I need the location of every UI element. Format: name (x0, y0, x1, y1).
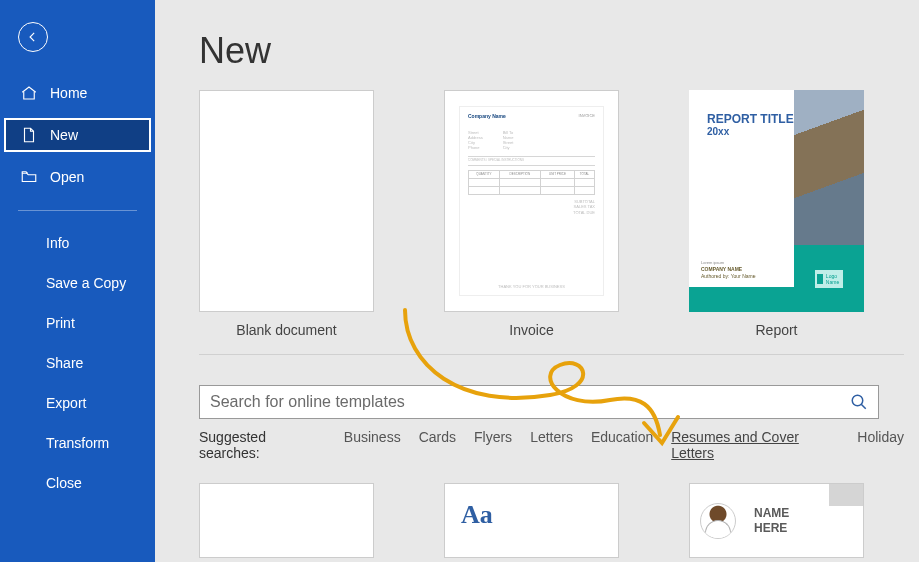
template-thumbnail: REPORT TITLE 20xx Lorem ipsum COMPANY NA… (689, 90, 864, 312)
sidebar-item-export[interactable]: Export (0, 383, 155, 423)
sidebar-item-info[interactable]: Info (0, 223, 155, 263)
search-box[interactable] (199, 385, 879, 419)
template-label: Blank document (236, 322, 336, 338)
template-thumbnail: Company Name INVOICE StreetAddressCityPh… (444, 90, 619, 312)
suggested-link-cards[interactable]: Cards (419, 429, 456, 445)
report-logo-text: Logo Name (826, 273, 841, 285)
suggested-link-business[interactable]: Business (344, 429, 401, 445)
folder-open-icon (20, 168, 38, 186)
sidebar-item-share[interactable]: Share (0, 343, 155, 383)
main-pane: New Blank document Company Name INVOICE … (155, 0, 919, 562)
suggested-searches: Suggested searches: Business Cards Flyer… (199, 429, 904, 461)
report-author: Authored by: Your Name (701, 273, 755, 280)
sidebar-item-label: Open (50, 169, 84, 185)
name-line2: HERE (754, 521, 789, 535)
template-thumbnail (199, 90, 374, 312)
aa-glyph: Aa (461, 500, 493, 530)
sidebar-item-label: Home (50, 85, 87, 101)
template-label: Report (755, 322, 797, 338)
suggested-link-letters[interactable]: Letters (530, 429, 573, 445)
sidebar-separator (18, 210, 137, 211)
search-icon[interactable] (850, 393, 868, 411)
back-button[interactable] (18, 22, 48, 52)
svg-point-0 (852, 395, 863, 406)
document-icon (20, 126, 38, 144)
page-title: New (199, 30, 904, 72)
search-input[interactable] (210, 393, 850, 411)
template-generic-1[interactable] (199, 483, 374, 558)
avatar-icon (700, 503, 736, 539)
template-thumbnail: NAME HERE (689, 483, 864, 558)
sidebar-item-print[interactable]: Print (0, 303, 155, 343)
template-thumbnail (199, 483, 374, 558)
template-row-2: Aa NAME HERE (199, 483, 904, 558)
template-invoice[interactable]: Company Name INVOICE StreetAddressCityPh… (444, 90, 619, 338)
home-icon (20, 84, 38, 102)
template-row: Blank document Company Name INVOICE Stre… (199, 90, 904, 338)
invoice-tag: INVOICE (579, 113, 595, 118)
report-title-line2: 20xx (707, 126, 794, 137)
suggested-link-resumes[interactable]: Resumes and Cover Letters (671, 429, 839, 461)
suggested-link-flyers[interactable]: Flyers (474, 429, 512, 445)
sidebar-item-home[interactable]: Home (0, 76, 155, 110)
svg-line-1 (861, 404, 866, 409)
sidebar-item-close[interactable]: Close (0, 463, 155, 503)
sidebar-item-transform[interactable]: Transform (0, 423, 155, 463)
report-title-line1: REPORT TITLE (707, 112, 794, 126)
sidebar-item-save-a-copy[interactable]: Save a Copy (0, 263, 155, 303)
backstage-sidebar: Home New Open Info Save a Copy Print Sha… (0, 0, 155, 562)
name-line1: NAME (754, 506, 789, 520)
divider (199, 354, 904, 355)
template-name-card[interactable]: NAME HERE (689, 483, 864, 558)
suggested-link-holiday[interactable]: Holiday (857, 429, 904, 445)
template-report[interactable]: REPORT TITLE 20xx Lorem ipsum COMPANY NA… (689, 90, 864, 338)
template-thumbnail: Aa (444, 483, 619, 558)
template-label: Invoice (509, 322, 553, 338)
report-company: COMPANY NAME (701, 266, 742, 272)
invoice-company: Company Name (468, 113, 506, 119)
sidebar-item-open[interactable]: Open (0, 160, 155, 194)
template-styles[interactable]: Aa (444, 483, 619, 558)
suggested-link-education[interactable]: Education (591, 429, 653, 445)
template-blank-document[interactable]: Blank document (199, 90, 374, 338)
suggested-label: Suggested searches: (199, 429, 326, 461)
sidebar-item-new[interactable]: New (4, 118, 151, 152)
sidebar-item-label: New (50, 127, 78, 143)
